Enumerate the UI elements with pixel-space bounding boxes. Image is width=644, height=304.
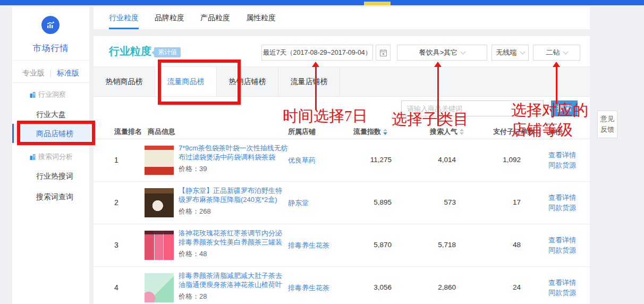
paid-suborders-cell: 24 xyxy=(477,283,521,291)
shop-level-dropdown[interactable]: 二钻 xyxy=(533,45,580,61)
terminal-dropdown-value: 无线端 xyxy=(496,48,517,57)
product-thumbnail[interactable] xyxy=(145,146,174,175)
traffic-index-cell: 5,895 xyxy=(343,198,392,206)
same-supply-link[interactable]: 同款货源 xyxy=(548,202,576,213)
tab-hot-product-rank[interactable]: 热销商品榜 xyxy=(94,67,155,96)
col-header-label: 流量指数 xyxy=(353,128,381,136)
feedback-label-line1: 意见 xyxy=(598,114,617,124)
building-icon xyxy=(29,154,36,161)
table-row: 1 7*9cm茶包袋茶叶袋一次性抽线无纺布过滤袋煲汤中药袋调料袋茶袋 价格：39… xyxy=(94,139,590,182)
sidebar-item-search-word-query[interactable]: 搜索词查询 xyxy=(36,192,73,202)
annotation-text-line1: 选择对应的 xyxy=(511,100,588,120)
tab-attribute-granularity[interactable]: 属性粒度 xyxy=(246,7,276,29)
version-tab-standard[interactable]: 标准版 xyxy=(57,69,79,78)
shop-level-dropdown-value: 二钻 xyxy=(546,48,560,57)
sidebar-section-industry-insight: 行业洞察 xyxy=(29,90,66,99)
table-row: 4 排毒养颜茶清脂减肥减大肚子茶去油脂通便瘦身茶洛神花茶山楂荷叶 价格：28 排… xyxy=(94,267,590,304)
annotation-box-sidebar-item xyxy=(17,121,95,145)
rank-cell: 3 xyxy=(114,241,135,249)
app-title: 市场行情 xyxy=(12,43,89,54)
calendar-picker-button[interactable] xyxy=(376,45,391,61)
tab-brand-granularity[interactable]: 品牌粒度 xyxy=(155,7,184,29)
granularity-tabbar: 行业粒度 品牌粒度 产品粒度 属性粒度 xyxy=(94,7,590,29)
product-price: 价格：268 xyxy=(179,207,288,216)
divider xyxy=(50,70,51,77)
view-detail-link[interactable]: 查看详情 xyxy=(548,277,576,288)
search-popularity-cell: 4,014 xyxy=(412,156,456,164)
sort-arrows-icon[interactable] xyxy=(383,129,387,135)
tab-industry-granularity[interactable]: 行业粒度 xyxy=(109,7,139,29)
sidebar: 市场行情 专业版 标准版 行业洞察 行业大盘 商品店铺榜 搜索词分析 行业热搜词… xyxy=(12,7,89,304)
calendar-icon xyxy=(379,49,387,57)
product-info-cell: 【静东堂】正品新疆罗布泊野生特级罗布麻茶降压降脂(240克*2盒) 价格：268 xyxy=(179,186,288,216)
annotation-arrow-date xyxy=(315,67,317,109)
paid-suborders-cell: 17 xyxy=(477,198,521,206)
product-thumbnail[interactable] xyxy=(145,273,174,302)
shop-link[interactable]: 排毒养生花茶 xyxy=(288,283,329,293)
date-range-selector[interactable]: 最近7天（2017-08-29~2017-09-04） xyxy=(261,45,373,61)
product-info-cell: 排毒养颜茶清脂减肥减大肚子茶去油脂通便瘦身茶洛神花茶山楂荷叶 价格：28 xyxy=(179,271,288,301)
sidebar-section-label: 行业洞察 xyxy=(38,90,66,99)
view-detail-link[interactable]: 查看详情 xyxy=(548,150,576,160)
shop-link[interactable]: 优良草药 xyxy=(288,156,316,165)
product-price: 价格：28 xyxy=(179,292,288,301)
same-supply-link[interactable]: 同款货源 xyxy=(548,288,576,298)
sidebar-item-hot-search-words[interactable]: 行业热搜词 xyxy=(36,172,73,181)
annotation-text-shop-level: 选择对应的 店铺等级 xyxy=(511,100,588,140)
feedback-button[interactable]: 意见 反馈 xyxy=(597,111,617,138)
building-icon xyxy=(29,91,36,98)
product-thumbnail[interactable] xyxy=(145,231,174,260)
search-popularity-cell: 573 xyxy=(412,198,456,206)
product-info-cell: 7*9cm茶包袋茶叶袋一次性抽线无纺布过滤袋煲汤中药袋调料袋茶袋 价格：39 xyxy=(179,143,288,174)
sidebar-item-industry-market[interactable]: 行业大盘 xyxy=(36,110,66,120)
product-thumbnail[interactable] xyxy=(145,188,174,217)
top-bar-yellow-segment xyxy=(364,2,391,5)
rank-cell: 4 xyxy=(114,283,135,292)
action-cell: 查看详情 同款货源 xyxy=(548,277,576,298)
traffic-index-cell: 11,275 xyxy=(343,156,392,164)
terminal-dropdown[interactable]: 无线端 xyxy=(492,45,529,61)
sidebar-section-label: 搜索词分析 xyxy=(38,152,73,162)
view-detail-link[interactable]: 查看详情 xyxy=(548,235,576,245)
version-tab-pro[interactable]: 专业版 xyxy=(22,69,45,78)
table-row: 2 【静东堂】正品新疆罗布泊野生特级罗布麻茶降压降脂(240克*2盒) 价格：2… xyxy=(94,182,590,224)
browser-top-bar xyxy=(0,0,644,5)
product-title-link[interactable]: 洛神花玫瑰花茶红枣茶调节内分泌排毒养颜茶女性美白养颜茶三罐装 xyxy=(179,229,288,247)
trend-chart-icon xyxy=(46,20,55,30)
product-price: 价格：39 xyxy=(179,164,288,174)
col-header-traffic-index: 流量指数 xyxy=(353,127,387,137)
annotation-text-time: 时间选择7日 xyxy=(283,106,368,127)
product-info-cell: 洛神花玫瑰花茶红枣茶调节内分泌排毒养颜茶女性美白养颜茶三罐装 价格：48 xyxy=(179,229,288,259)
page-title: 行业粒度 xyxy=(109,44,151,58)
tab-traffic-shop-rank[interactable]: 流量店铺榜 xyxy=(278,67,340,96)
view-detail-link[interactable]: 查看详情 xyxy=(548,192,576,202)
col-header-product-info: 商品信息 xyxy=(148,127,175,137)
divider xyxy=(12,82,89,83)
tab-product-granularity[interactable]: 产品粒度 xyxy=(200,7,230,29)
action-cell: 查看详情 同款货源 xyxy=(548,235,576,255)
sidebar-active-indicator xyxy=(12,124,14,143)
shop-link[interactable]: 静东堂 xyxy=(288,198,309,208)
product-title-link[interactable]: 7*9cm茶包袋茶叶袋一次性抽线无纺布过滤袋煲汤中药袋调料袋茶袋 xyxy=(179,143,288,162)
feedback-label-line2: 反馈 xyxy=(598,124,617,135)
action-cell: 查看详情 同款货源 xyxy=(548,192,576,213)
cumulative-badge: 累计值 xyxy=(154,47,181,57)
product-title-link[interactable]: 排毒养颜茶清脂减肥减大肚子茶去油脂通便瘦身茶洛神花茶山楂荷叶 xyxy=(179,271,288,289)
category-dropdown[interactable]: 餐饮具>其它 xyxy=(397,45,487,61)
annotation-box-traffic-product-tab xyxy=(158,60,241,105)
traffic-index-cell: 5,870 xyxy=(343,241,392,249)
annotation-arrow-shop-level xyxy=(556,67,557,104)
annotation-text-category: 选择子类目 xyxy=(392,109,469,130)
app-logo[interactable] xyxy=(41,16,60,34)
product-title-link[interactable]: 【静东堂】正品新疆罗布泊野生特级罗布麻茶降压降脂(240克*2盒) xyxy=(179,186,288,204)
shop-link[interactable]: 排毒养生花茶 xyxy=(288,241,329,250)
chevron-down-icon xyxy=(563,49,568,54)
annotation-text-line2: 店铺等级 xyxy=(511,120,588,140)
col-header-shop: 所属店铺 xyxy=(288,127,316,137)
col-header-traffic-rank: 流量排名 xyxy=(114,127,142,137)
same-supply-link[interactable]: 同款货源 xyxy=(548,245,576,255)
same-supply-link[interactable]: 同款货源 xyxy=(548,160,576,170)
search-popularity-cell: 2,860 xyxy=(412,283,456,291)
divider xyxy=(12,60,89,61)
action-cell: 查看详情 同款货源 xyxy=(548,150,576,170)
